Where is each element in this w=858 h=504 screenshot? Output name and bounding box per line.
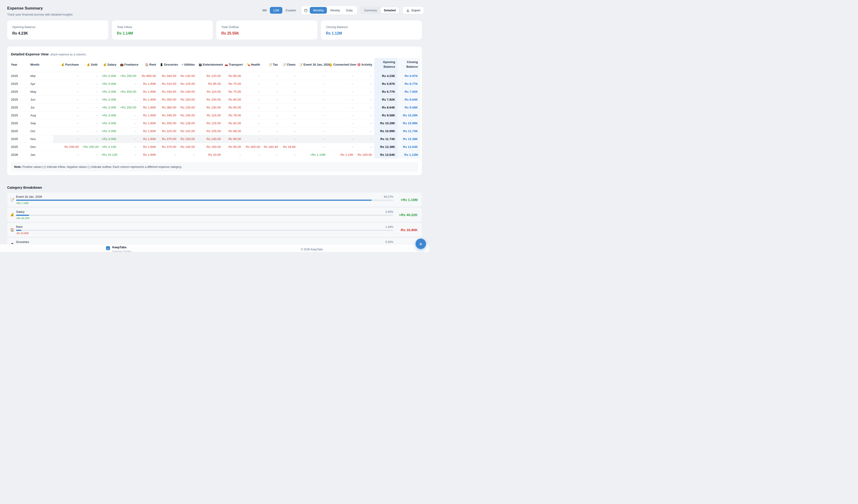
table-row-2025-sep[interactable]: 2025Sep––+Rs 3.00K–Rs 1.60KRs 355.00Rs 1… bbox=[7, 119, 420, 127]
cell-value: – bbox=[263, 96, 280, 104]
table-row-2025-mar[interactable]: 2025Mar––+Rs 3.00K+Rs 200.00Rs 800.00Rs … bbox=[7, 72, 420, 80]
cell-value: Rs 300.00 bbox=[243, 143, 263, 151]
cell-value: Rs 200.00 bbox=[53, 143, 81, 151]
summary-card-label: Opening Balance bbox=[12, 25, 103, 29]
cell-value: – bbox=[280, 127, 298, 135]
category-bar-fill bbox=[16, 215, 29, 216]
cell-value: Rs 370.00 bbox=[158, 143, 178, 151]
column-header-9: 🎬Entertainment bbox=[197, 58, 223, 72]
range-option-custom[interactable]: Custom bbox=[283, 7, 299, 14]
column-header-1: Month bbox=[27, 58, 53, 72]
cell-value: – bbox=[53, 151, 81, 159]
cell-value: – bbox=[280, 135, 298, 143]
cell-value: – bbox=[81, 96, 100, 104]
cell-value: Rs 138.00 bbox=[179, 119, 197, 127]
cell-value: – bbox=[119, 119, 139, 127]
cell-value: – bbox=[81, 88, 100, 96]
table-row-2025-aug[interactable]: 2025Aug––+Rs 3.00K–Rs 1.60KRs 345.00Rs 1… bbox=[7, 112, 420, 119]
cell-year: 2025 bbox=[7, 143, 27, 151]
column-icon: 🏠 bbox=[145, 63, 149, 66]
range-selector: 6M12MCustom bbox=[260, 7, 299, 14]
period-option-monthly[interactable]: Monthly bbox=[310, 7, 327, 14]
column-header-8: ⚡Utilities bbox=[179, 58, 197, 72]
cell-value: Rs 1.60K bbox=[139, 88, 158, 96]
expense-table: YearMonth💰Purchase💰Sold💰Salary💼Freelance… bbox=[7, 58, 420, 159]
view-option-detailed[interactable]: Detailed bbox=[381, 7, 399, 14]
cell-value: – bbox=[263, 104, 280, 112]
cell-value: Rs 100.00 bbox=[197, 96, 223, 104]
column-header-6: 🏠Rent bbox=[139, 58, 158, 72]
cell-value: – bbox=[263, 72, 280, 80]
calendar-icon[interactable] bbox=[303, 9, 308, 12]
category-bar-track bbox=[16, 215, 393, 216]
cell-value: +Rs 400.00 bbox=[119, 88, 139, 96]
cell-value: – bbox=[356, 112, 374, 119]
period-option-daily[interactable]: Daily bbox=[343, 7, 355, 14]
period-option-weekly[interactable]: Weekly bbox=[328, 7, 343, 14]
column-icon: 💼 bbox=[120, 63, 124, 66]
cell-value: Rs 163.40 bbox=[263, 143, 280, 151]
export-button[interactable]: Export bbox=[402, 6, 424, 14]
category-bar-track bbox=[16, 230, 393, 231]
cell-value: Rs 95.00 bbox=[223, 143, 243, 151]
column-icon: 📝 bbox=[283, 63, 286, 66]
cell-value: Rs 1.60K bbox=[139, 151, 158, 159]
summary-card-label: Total Outflow bbox=[221, 25, 312, 29]
cell-closing-balance: Rs 12.38K bbox=[397, 135, 420, 143]
column-icon: 🚗 bbox=[225, 63, 228, 66]
category-percent: 3.45% bbox=[385, 210, 393, 213]
table-row-2025-jun[interactable]: 2025Jun––+Rs 3.00K–Rs 1.60KRs 350.00Rs 1… bbox=[7, 96, 420, 104]
cell-value: – bbox=[263, 127, 280, 135]
page-title: Expense Summary bbox=[7, 6, 73, 11]
range-option-12m[interactable]: 12M bbox=[270, 7, 282, 14]
table-row-2025-nov[interactable]: 2025Nov––+Rs 3.00K–Rs 1.60KRs 370.00Rs 1… bbox=[7, 135, 420, 143]
cell-year: 2025 bbox=[7, 119, 27, 127]
cell-opening-balance: Rs 4.23K bbox=[374, 72, 397, 80]
cell-value: +Rs 3.00K bbox=[100, 72, 119, 80]
table-row-2025-oct[interactable]: 2025Oct––+Rs 3.00K–Rs 1.60KRs 325.00Rs 1… bbox=[7, 127, 420, 135]
cell-year: 2025 bbox=[7, 88, 27, 96]
column-header-0: Year bbox=[7, 58, 27, 72]
cell-year: 2025 bbox=[7, 127, 27, 135]
category-name: Salary bbox=[16, 210, 25, 213]
cell-value: Rs 78.00 bbox=[223, 112, 243, 119]
cell-value: – bbox=[298, 72, 328, 80]
category-main: Rent1.44%-Rs 16.80K bbox=[16, 225, 393, 234]
table-row-2025-apr[interactable]: 2025Apr––+Rs 3.00K–Rs 1.60KRs 310.00Rs 1… bbox=[7, 80, 420, 88]
cell-value: – bbox=[356, 119, 374, 127]
cell-value: – bbox=[119, 96, 139, 104]
cell-value: +Rs 3.00K bbox=[100, 112, 119, 119]
cell-value: – bbox=[81, 119, 100, 127]
cell-value: – bbox=[280, 88, 298, 96]
cell-value: – bbox=[356, 127, 374, 135]
cell-value: – bbox=[81, 72, 100, 80]
detailed-expense-card: Detailed Expense View (Each expense as a… bbox=[7, 47, 422, 175]
cell-value: – bbox=[53, 88, 81, 96]
cell-value: Rs 1.60K bbox=[139, 80, 158, 88]
cell-value: Rs 80.00 bbox=[223, 96, 243, 104]
add-button[interactable]: + bbox=[415, 239, 426, 249]
category-item-0: 📝Event 18 Jan, 202694.27%+Rs 1.10M+Rs 1.… bbox=[7, 193, 422, 207]
cell-value: – bbox=[243, 72, 263, 80]
table-row-2025-jul[interactable]: 2025Jul––+Rs 3.00K+Rs 250.00Rs 1.60KRs 3… bbox=[7, 104, 420, 112]
cell-value: – bbox=[280, 112, 298, 119]
category-top-row: Rent1.44% bbox=[16, 225, 393, 229]
category-percent: 1.44% bbox=[385, 225, 393, 229]
cell-value: – bbox=[243, 119, 263, 127]
table-row-2025-dec[interactable]: 2025DecRs 200.00+Rs 200.00+Rs 3.10K–Rs 1… bbox=[7, 143, 420, 151]
cell-month: Jun bbox=[27, 96, 53, 104]
page-subtitle: Track your financial journey with detail… bbox=[7, 13, 73, 16]
cell-value: Rs 1.60K bbox=[139, 112, 158, 119]
category-name: Event 18 Jan, 2026 bbox=[16, 195, 42, 198]
cell-value: – bbox=[119, 80, 139, 88]
cell-value: – bbox=[280, 80, 298, 88]
table-row-2026-jan[interactable]: 2026Jan––+Rs 10.12K–Rs 1.60K––Rs 20.00––… bbox=[7, 151, 420, 159]
view-option-summary[interactable]: Summary bbox=[361, 7, 381, 14]
cell-opening-balance: Rs 11.73K bbox=[374, 135, 397, 143]
category-sub-amount: +Rs 1.10M bbox=[16, 202, 393, 205]
cell-value: – bbox=[243, 112, 263, 119]
range-option-6m[interactable]: 6M bbox=[260, 7, 269, 14]
column-header-3: 💰Sold bbox=[81, 58, 100, 72]
table-row-2025-may[interactable]: 2025May––+Rs 3.00K+Rs 400.00Rs 1.60KRs 3… bbox=[7, 88, 420, 96]
view-toggle: SummaryDetailed bbox=[360, 6, 400, 14]
